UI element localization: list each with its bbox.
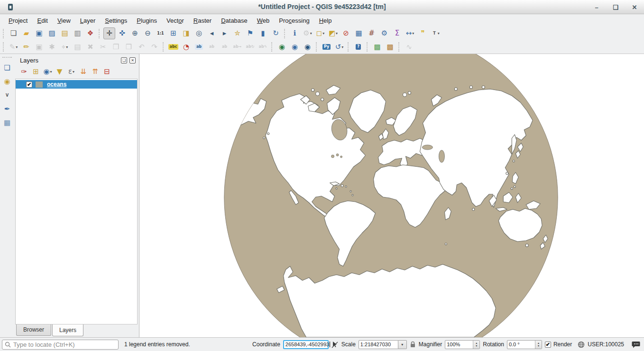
menu-layer[interactable]: Layer <box>75 15 101 26</box>
close-button[interactable]: ✕ <box>631 4 638 11</box>
new-shapefile-layer-button[interactable]: V <box>1 90 13 101</box>
minimize-button[interactable]: – <box>593 4 600 11</box>
add-vector-layer-button[interactable]: ◉ <box>1 76 13 88</box>
extents-mouse-toggle-icon[interactable] <box>331 341 339 348</box>
statistical-summary-button[interactable]: Σ <box>391 27 403 39</box>
field-calculator-button[interactable]: # <box>366 27 377 39</box>
dropdown-arrow-icon[interactable]: ▾ <box>66 45 68 49</box>
zoom-next-button[interactable]: ▸ <box>219 27 230 39</box>
dropdown-arrow-icon[interactable]: ▾ <box>336 31 338 36</box>
new-geopackage-layer-button[interactable]: ✒ <box>1 103 13 115</box>
menu-settings[interactable]: Settings <box>100 15 132 26</box>
messages-bubble-icon[interactable] <box>632 341 640 348</box>
deselect-features-button[interactable]: ⊘ <box>340 27 352 39</box>
select-features-button[interactable]: ◻▾ <box>314 27 326 39</box>
world-globe-map[interactable] <box>139 54 644 337</box>
identify-features-button[interactable]: ℹ <box>289 27 301 39</box>
metasearch-button[interactable]: ◉ <box>302 41 313 53</box>
zoom-full-button[interactable]: ⊞ <box>167 27 179 39</box>
data-source-manager-button[interactable]: ❏ <box>1 62 13 74</box>
crs-status-label[interactable]: USER:100025 <box>588 341 624 348</box>
save-project-button[interactable]: ▣ <box>33 27 45 39</box>
new-spatial-bookmark-button[interactable]: ✮ <box>231 27 243 39</box>
dropdown-arrow-icon[interactable]: ▾ <box>412 31 414 36</box>
remove-layer-button[interactable]: ⊟ <box>101 66 112 77</box>
rotation-spinbox[interactable]: 0.0 ° ▴▾ <box>507 340 542 349</box>
panel-close-button[interactable]: ✕ <box>129 57 136 63</box>
dropdown-arrow-icon[interactable]: ▾ <box>322 31 324 36</box>
zoom-last-button[interactable]: ◂ <box>206 27 218 39</box>
show-spatial-bookmarks-button[interactable]: ⚑ <box>244 27 256 39</box>
collapse-all-button[interactable]: ⇈ <box>90 66 101 77</box>
scale-dropdown-button[interactable]: ▾ <box>398 340 407 349</box>
expand-all-button[interactable]: ⇊ <box>78 66 89 77</box>
layout-manager-button[interactable]: ▥ <box>72 27 83 39</box>
render-checkbox[interactable]: ✔ Render <box>545 341 572 348</box>
help-contents-button[interactable]: ? <box>352 41 364 53</box>
tab-browser[interactable]: Browser <box>16 324 51 336</box>
select-by-value-button[interactable]: ◩▾ <box>327 27 339 39</box>
dropdown-arrow-icon[interactable]: ▾ <box>310 31 312 36</box>
scale-combo[interactable]: 1:218427030 ▾ <box>359 340 407 349</box>
layer-diagram-button[interactable]: ◔ <box>180 41 192 53</box>
filter-legend-button[interactable]: ▼ <box>54 66 65 77</box>
measure-button[interactable]: ↔▾ <box>404 27 416 39</box>
layer-visibility-checkbox[interactable]: ✔ <box>26 81 32 88</box>
menu-web[interactable]: Web <box>252 15 275 26</box>
magnifier-spinbox[interactable]: 100% ▴▾ <box>445 340 480 349</box>
open-project-button[interactable]: ▰ <box>20 27 32 39</box>
menu-edit[interactable]: Edit <box>32 15 52 26</box>
map-tips-button[interactable]: ❞ <box>417 27 429 39</box>
dropdown-arrow-icon[interactable]: ▾ <box>50 70 52 74</box>
zoom-to-selection-button[interactable]: ◨ <box>180 27 192 39</box>
add-group-button[interactable]: ⊞ <box>30 66 41 77</box>
zoom-out-button[interactable]: ⊖ <box>142 27 154 39</box>
maximize-button[interactable]: ❑ <box>612 4 619 11</box>
menu-raster[interactable]: Raster <box>189 15 216 26</box>
menu-processing[interactable]: Processing <box>274 15 314 26</box>
layer-tree[interactable]: ✔oceans <box>15 79 138 324</box>
processing-toolbox-button[interactable]: ⚙ <box>378 27 390 39</box>
crs-globe-icon[interactable] <box>578 341 585 348</box>
open-attribute-table-button[interactable]: ▦ <box>353 27 365 39</box>
spinner-arrows[interactable]: ▴▾ <box>535 341 542 349</box>
panel-float-button[interactable]: ❏ <box>121 57 127 63</box>
dropdown-arrow-icon[interactable]: ▾ <box>341 45 343 49</box>
dropdown-arrow-icon[interactable]: ▾ <box>438 31 440 36</box>
dropdown-arrow-icon[interactable]: ▾ <box>16 45 18 49</box>
bookmarks-manager-button[interactable]: ▮ <box>257 27 269 39</box>
locator-search-input[interactable]: Type to locate (Ctrl+K) <box>2 340 119 350</box>
filter-by-expression-button[interactable]: ε▾ <box>66 66 77 77</box>
menu-project[interactable]: Project <box>4 15 32 26</box>
spinner-arrows[interactable]: ▴▾ <box>473 341 479 349</box>
dropdown-arrow-icon[interactable]: ▾ <box>73 70 74 74</box>
pan-map-button[interactable]: ✛ <box>103 27 115 39</box>
map-canvas[interactable] <box>139 54 644 337</box>
manage-map-themes-button[interactable]: ◉▾ <box>42 66 53 77</box>
save-project-as-button[interactable]: ▨ <box>46 27 58 39</box>
new-print-layout-button[interactable]: ▤ <box>59 27 71 39</box>
web-service-search-button[interactable]: ◉ <box>289 41 301 53</box>
refresh-button[interactable]: ↻ <box>270 27 282 39</box>
open-layer-styling-button[interactable]: ✑ <box>18 66 29 77</box>
coordinate-input[interactable]: 2658439,-4502993 <box>283 340 329 349</box>
menu-view[interactable]: View <box>53 15 75 26</box>
lock-scale-icon[interactable] <box>410 341 416 348</box>
layer-labeling-button[interactable]: abc <box>167 41 179 53</box>
new-project-button[interactable]: ❏ <box>8 27 19 39</box>
menu-vector[interactable]: Vector <box>162 15 189 26</box>
layer-row-oceans[interactable]: ✔oceans <box>16 80 137 89</box>
highlight-pinned-labels-button[interactable]: ab <box>193 41 205 53</box>
style-manager-button[interactable]: ❖ <box>84 27 96 39</box>
tab-layers[interactable]: Layers <box>52 324 83 336</box>
web-service-add-button[interactable]: ◉ <box>276 41 288 53</box>
python-console-button[interactable]: Py <box>321 41 332 53</box>
plugin-map-arrow-button[interactable]: ▩ <box>371 41 383 53</box>
toggle-editing-button[interactable]: ✏ <box>20 41 32 53</box>
plugin-map-edit-button[interactable]: ▩ <box>384 41 396 53</box>
menu-plugins[interactable]: Plugins <box>132 15 162 26</box>
layer-name[interactable]: oceans <box>47 81 66 88</box>
text-annotation-button[interactable]: T▾ <box>430 27 442 39</box>
new-virtual-layer-button[interactable]: ▦ <box>1 117 13 129</box>
zoom-in-button[interactable]: ⊕ <box>129 27 141 39</box>
